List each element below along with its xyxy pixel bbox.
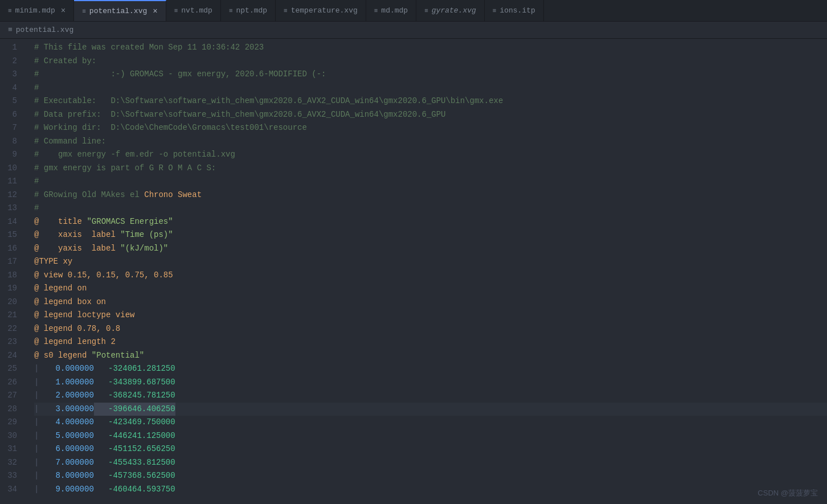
tab-label-md: md.mdp bbox=[381, 6, 408, 15]
tab-gyrate[interactable]: ≡ gyrate.xvg bbox=[416, 0, 485, 22]
code-text-16a: @ yaxis label bbox=[34, 242, 120, 256]
code-text-12: # GRowing Old MAkes el bbox=[34, 189, 144, 202]
code-text-15a: @ xaxis label bbox=[34, 228, 120, 242]
ln-33: 33 bbox=[0, 469, 22, 483]
ln-13: 13 bbox=[0, 202, 22, 215]
code-text-12b: Chrono bbox=[144, 189, 173, 202]
code-line-21: @ legend loctype view bbox=[34, 309, 827, 322]
code-text-23: @ legend length 2 bbox=[34, 335, 116, 349]
code-line-19: @ legend on bbox=[34, 282, 827, 296]
code-line-33: | 8.000000 -457368.562500 bbox=[34, 469, 827, 483]
ln-25: 25 bbox=[0, 362, 22, 376]
close-tab-minim[interactable]: × bbox=[61, 6, 65, 15]
ln-24: 24 bbox=[0, 349, 22, 363]
tab-icon-ions: ≡ bbox=[493, 7, 497, 14]
tab-label-gyrate: gyrate.xvg bbox=[432, 6, 476, 15]
code-col1-28: 3.000000 bbox=[41, 403, 93, 416]
code-line-8: # Command line: bbox=[34, 135, 827, 149]
code-text-7: # Working dir: D:\Code\ChemCode\Gromacs\… bbox=[34, 121, 307, 135]
code-col1-31: 6.000000 bbox=[41, 442, 93, 456]
code-col1-32: 7.000000 bbox=[41, 456, 93, 470]
file-header-name: potential.xvg bbox=[16, 26, 73, 34]
code-col1-27: 2.000000 bbox=[41, 389, 93, 403]
code-text-18: @ view 0.15, 0.15, 0.75, 0.85 bbox=[34, 269, 173, 282]
ln-6: 6 bbox=[0, 108, 22, 122]
ln-8: 8 bbox=[0, 135, 22, 149]
code-text-12c bbox=[173, 189, 178, 202]
code-text-3: # :-) GROMACS - gmx energy, 2020.6-MODIF… bbox=[34, 68, 326, 81]
code-col2-30: -446241.125000 bbox=[94, 429, 175, 443]
tab-minim[interactable]: ≡ minim.mdp × bbox=[0, 0, 74, 22]
ln-19: 19 bbox=[0, 282, 22, 296]
ln-31: 31 bbox=[0, 442, 22, 456]
vbar-32: | bbox=[34, 456, 39, 470]
code-text-14b: "GROMACS Energies" bbox=[87, 215, 173, 229]
code-line-10: # gmx energy is part of G R O M A C S: bbox=[34, 162, 827, 175]
code-line-14: @ title "GROMACS Energies" bbox=[34, 215, 827, 229]
tab-nvt[interactable]: ≡ nvt.mdp bbox=[166, 0, 221, 22]
ln-5: 5 bbox=[0, 95, 22, 108]
code-line-26: | 1.000000 -343899.687500 bbox=[34, 376, 827, 390]
code-col1-26: 1.000000 bbox=[41, 376, 93, 390]
code-col2-31: -451152.656250 bbox=[94, 442, 175, 456]
code-line-27: | 2.000000 -368245.781250 bbox=[34, 389, 827, 403]
ln-17: 17 bbox=[0, 255, 22, 269]
ln-9: 9 bbox=[0, 148, 22, 162]
code-text-22: @ legend 0.78, 0.8 bbox=[34, 322, 120, 336]
code-text-15b: "Time (ps)" bbox=[120, 228, 173, 242]
code-line-23: @ legend length 2 bbox=[34, 335, 827, 349]
code-line-18: @ view 0.15, 0.15, 0.75, 0.85 bbox=[34, 269, 827, 282]
vbar-34: | bbox=[34, 483, 39, 497]
ln-1: 1 bbox=[0, 41, 22, 55]
code-line-30: | 5.000000 -446241.125000 bbox=[34, 429, 827, 443]
vbar-25: | bbox=[34, 362, 39, 376]
tab-temperature[interactable]: ≡ temperature.xvg bbox=[276, 0, 366, 22]
code-content[interactable]: # This file was created Mon Sep 11 10:36… bbox=[27, 39, 827, 504]
file-header-icon: ≡ bbox=[8, 26, 13, 34]
file-header: ≡ potential.xvg bbox=[0, 22, 827, 39]
vbar-27: | bbox=[34, 389, 39, 403]
close-tab-potential[interactable]: × bbox=[153, 7, 157, 16]
code-col2-25: -324061.281250 bbox=[94, 362, 175, 376]
vbar-31: | bbox=[34, 442, 39, 456]
code-text-19: @ legend on bbox=[34, 282, 87, 296]
code-line-16: @ yaxis label "(kJ/mol)" bbox=[34, 242, 827, 256]
line-numbers: 1 2 3 4 5 6 7 8 9 10 11 12 13 14 15 16 1… bbox=[0, 39, 27, 504]
vbar-26: | bbox=[34, 376, 39, 390]
tab-potential[interactable]: ≡ potential.xvg × bbox=[74, 0, 166, 22]
code-line-15: @ xaxis label "Time (ps)" bbox=[34, 228, 827, 242]
code-line-4: # bbox=[34, 81, 827, 95]
code-line-11: # bbox=[34, 175, 827, 189]
ln-34: 34 bbox=[0, 483, 22, 497]
code-line-28: | 3.000000 -396646.406250 bbox=[34, 403, 827, 416]
code-text-14a: @ title bbox=[34, 215, 87, 229]
tab-icon-md: ≡ bbox=[374, 7, 378, 14]
code-line-7: # Working dir: D:\Code\ChemCode\Gromacs\… bbox=[34, 121, 827, 135]
tab-label-temperature: temperature.xvg bbox=[291, 6, 358, 15]
ln-15: 15 bbox=[0, 228, 22, 242]
code-line-24: @ s0 legend "Potential" bbox=[34, 349, 827, 363]
ln-3: 3 bbox=[0, 68, 22, 81]
code-line-2: # Created by: bbox=[34, 55, 827, 68]
tab-icon-npt: ≡ bbox=[229, 7, 233, 14]
code-col2-26: -343899.687500 bbox=[94, 376, 175, 390]
code-text-6: # Data prefix: D:\Software\software_with… bbox=[34, 108, 446, 122]
tab-md[interactable]: ≡ md.mdp bbox=[366, 0, 416, 22]
code-col1-29: 4.000000 bbox=[41, 416, 93, 429]
code-text-16b: "(kJ/mol)" bbox=[120, 242, 168, 256]
ln-26: 26 bbox=[0, 376, 22, 390]
code-text-5: # Executable: D:\Software\software_with_… bbox=[34, 95, 503, 108]
tab-icon-nvt: ≡ bbox=[174, 7, 178, 14]
tab-npt[interactable]: ≡ npt.mdp bbox=[221, 0, 276, 22]
code-line-25: | 0.000000 -324061.281250 bbox=[34, 362, 827, 376]
ln-11: 11 bbox=[0, 175, 22, 189]
code-text-12d: Sweat bbox=[178, 189, 202, 202]
code-text-17: @TYPE xy bbox=[34, 255, 72, 269]
code-line-1: # This file was created Mon Sep 11 10:36… bbox=[34, 41, 827, 55]
code-line-17: @TYPE xy bbox=[34, 255, 827, 269]
code-text-24b: "Potential" bbox=[92, 349, 144, 363]
code-line-13: # bbox=[34, 202, 827, 215]
code-line-32: | 7.000000 -455433.812500 bbox=[34, 456, 827, 470]
tab-ions[interactable]: ≡ ions.itp bbox=[485, 0, 544, 22]
vbar-28: | bbox=[34, 403, 39, 416]
